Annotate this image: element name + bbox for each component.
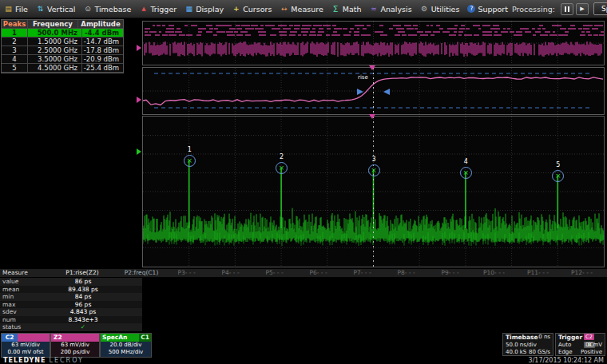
brand-logo: TELEDYNELECROY bbox=[3, 357, 84, 364]
measure-column-p1[interactable]: P1:rise(Z2) bbox=[46, 269, 118, 277]
specan-descriptor-box[interactable]: SpecAnC1 20.0 dB/div500 MHz/div bbox=[100, 333, 152, 358]
menu-display[interactable]: Display bbox=[181, 0, 228, 18]
c2-offset: 0.00 mV ofst bbox=[2, 349, 50, 356]
menubar: File Vertical Timebase Trigger Display C… bbox=[0, 0, 607, 18]
timebase-box[interactable]: Timebase0 ns 50.0 ns/div 40.0 kS80 GS/s bbox=[502, 333, 553, 356]
oscilloscope-screen: File Vertical Timebase Trigger Display C… bbox=[0, 0, 607, 364]
measure-header-row: Measure P1:rise(Z2) P2:freq(C1) P3- - - … bbox=[0, 269, 607, 277]
datetime-display: 3/17/2015 10:24:12 AM bbox=[529, 357, 604, 364]
display-icon bbox=[184, 6, 193, 13]
z2-zoom-panel[interactable]: rise bbox=[142, 67, 605, 115]
menu-file[interactable]: File bbox=[0, 0, 32, 18]
c2-channel-label: C2 bbox=[2, 334, 18, 342]
trigger-box[interactable]: TriggerC2DC Auto0 mV EdgePositive bbox=[555, 333, 605, 356]
timebase-icon bbox=[83, 6, 92, 13]
menu-utilities[interactable]: Utilities bbox=[416, 0, 464, 18]
peak-row-3[interactable]: 3 2.5000 GHz -17.8 dBm bbox=[2, 46, 123, 55]
measure-column-p5[interactable]: P5- - - bbox=[252, 269, 296, 277]
specan-trace-indicator[interactable] bbox=[137, 148, 141, 155]
measure-corner-label: Measure bbox=[0, 269, 46, 277]
stat-label: status bbox=[0, 323, 46, 331]
peak-row-4[interactable]: 4 3.5000 GHz -20.9 dBm bbox=[2, 55, 123, 64]
timebase-scale: 50.0 ns/div bbox=[506, 342, 537, 350]
peak-amplitude-cell: -20.9 dBm bbox=[82, 55, 123, 64]
menu-analysis[interactable]: Analysis bbox=[366, 0, 416, 18]
menu-label: File bbox=[15, 5, 28, 14]
specan-source-label: C1 bbox=[139, 334, 151, 342]
measure-column-p7[interactable]: P7- - - bbox=[340, 269, 384, 277]
z2-waveform: rise bbox=[143, 68, 604, 114]
measure-column-p10[interactable]: P10- - - bbox=[472, 269, 516, 277]
measure-row-min: min84 ps bbox=[0, 293, 142, 301]
c2-waveform-panel[interactable] bbox=[142, 21, 605, 65]
play-button[interactable]: ▶ bbox=[576, 3, 589, 15]
z2-cursor-marker[interactable] bbox=[369, 65, 375, 70]
menu-timebase[interactable]: Timebase bbox=[79, 0, 135, 18]
pause-button[interactable] bbox=[561, 3, 573, 15]
peak-amplitude-cell: -25.4 dBm bbox=[82, 64, 123, 73]
spectrum-waveform bbox=[143, 117, 604, 267]
peak-row-1[interactable]: 1 500.0 MHz -4.4 dBm bbox=[2, 29, 123, 38]
measure-column-p8[interactable]: P8- - - bbox=[384, 269, 428, 277]
peak-number-cell: 1 bbox=[2, 29, 28, 38]
peak-frequency-cell: 4.5000 GHz bbox=[28, 64, 82, 73]
trigger-position-marker[interactable] bbox=[369, 114, 375, 119]
measure-column-p12[interactable]: P12- - - bbox=[560, 269, 604, 277]
measure-icon bbox=[280, 6, 288, 13]
menu-math[interactable]: Math bbox=[327, 0, 366, 18]
brand-teledyne: TELEDYNE bbox=[3, 357, 46, 364]
measure-column-p2[interactable]: P2:freq(C1) bbox=[118, 269, 165, 277]
stat-value: 89.438 ps bbox=[46, 286, 120, 294]
measure-statistics-table: value86 ps mean89.438 ps min84 ps max96 … bbox=[0, 278, 142, 331]
menu-trigger[interactable]: Trigger bbox=[135, 0, 181, 18]
peaks-header-peaks: Peaks bbox=[2, 20, 28, 29]
z2-trace-indicator[interactable] bbox=[137, 97, 141, 103]
spectrum-panel[interactable]: ×1×2×3×4×5 bbox=[142, 116, 605, 267]
pause-icon bbox=[564, 6, 570, 12]
timebase-title: Timebase bbox=[506, 334, 538, 342]
stat-value: 84 ps bbox=[46, 293, 120, 301]
measure-column-p11[interactable]: P11- - - bbox=[516, 269, 560, 277]
menu-label: Math bbox=[343, 5, 362, 14]
measure-row-value: value86 ps bbox=[0, 278, 142, 286]
menu-label: Timebase bbox=[94, 5, 131, 14]
menu-items: File Vertical Timebase Trigger Display C… bbox=[0, 0, 512, 18]
processing-label: Processing: bbox=[512, 5, 555, 14]
menu-label: Analysis bbox=[381, 5, 412, 14]
menu-label: Measure bbox=[291, 5, 323, 14]
c2-descriptor-box[interactable]: C2 63 mV/div0.00 mV ofst bbox=[1, 333, 50, 358]
stat-label: mean bbox=[0, 286, 46, 294]
measure-column-p4[interactable]: P4- - - bbox=[208, 269, 252, 277]
peaks-header-frequency: Frequency bbox=[28, 20, 78, 29]
measure-column-p6[interactable]: P6- - - bbox=[296, 269, 340, 277]
cursors-icon bbox=[232, 6, 240, 13]
measure-column-p3[interactable]: P3- - - bbox=[165, 269, 208, 277]
stat-value: 8.343e+3 bbox=[46, 316, 120, 324]
peak-row-2[interactable]: 2 1.5000 GHz -14.7 dBm bbox=[2, 38, 123, 46]
trigger-source-tag: C2 bbox=[584, 334, 594, 340]
support-icon bbox=[467, 5, 475, 13]
menu-label: Vertical bbox=[47, 5, 76, 14]
math-icon bbox=[331, 6, 340, 12]
c2-waveform bbox=[143, 22, 604, 65]
measure-column-p9[interactable]: P9- - - bbox=[428, 269, 472, 277]
peak-frequency-cell: 3.5000 GHz bbox=[28, 55, 82, 64]
menu-label: Cursors bbox=[243, 5, 272, 14]
menu-support[interactable]: Support bbox=[463, 0, 512, 18]
menu-vertical[interactable]: Vertical bbox=[32, 0, 80, 18]
peak-amplitude-cell: -14.7 dBm bbox=[82, 38, 123, 46]
measure-row-status: status✓ bbox=[0, 323, 142, 331]
c2-trace-indicator[interactable] bbox=[137, 45, 141, 51]
measure-row-sdev: sdev4.843 ps bbox=[0, 308, 142, 316]
c2-scale: 63 mV/div bbox=[2, 342, 50, 349]
z2-descriptor-box[interactable]: Z2 63 mV/div200 ps/div bbox=[50, 333, 100, 358]
spectrum-button[interactable]: Spectrum bbox=[593, 2, 607, 15]
peak-row-5[interactable]: 5 4.5000 GHz -25.4 dBm bbox=[2, 64, 123, 73]
stat-value: 4.843 ps bbox=[46, 308, 120, 316]
peak-amplitude-cell: -17.8 dBm bbox=[82, 46, 123, 55]
peak-number-cell: 5 bbox=[2, 64, 28, 73]
peaks-table: Peaks Frequency Amplitude 1 500.0 MHz -4… bbox=[1, 19, 124, 73]
trigger-mode: Auto bbox=[558, 342, 571, 350]
menu-cursors[interactable]: Cursors bbox=[228, 0, 276, 18]
menu-measure[interactable]: Measure bbox=[276, 0, 327, 18]
